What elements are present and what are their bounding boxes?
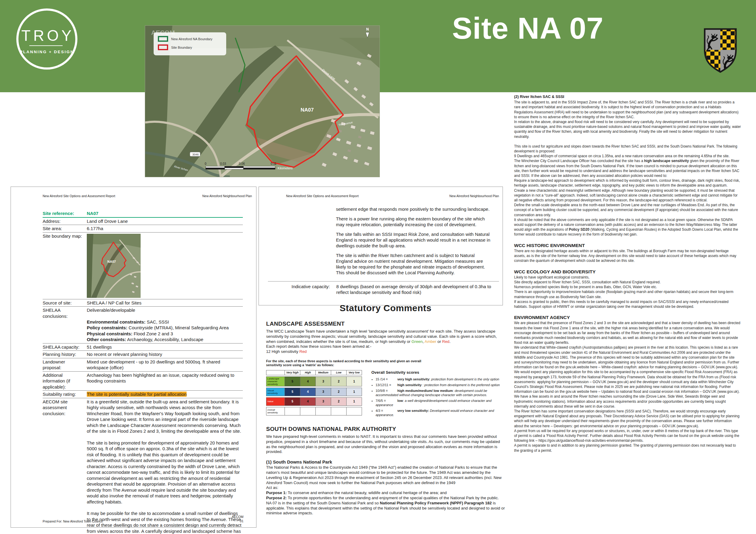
paragraph: We would expect any planning application… xyxy=(514,369,741,394)
sensitivity-matrix: Very highHighMediumLowVery lowLandscape … xyxy=(266,370,366,418)
row-value: It is a greenfield site, outside the bui… xyxy=(87,399,243,534)
svg-text:0: 0 xyxy=(205,162,206,165)
paragraph: A permit is separate to and in addition … xyxy=(514,443,741,453)
row-label: Suitability rating: xyxy=(42,391,87,397)
matrix-cell: 2 xyxy=(331,376,346,387)
paragraph: We have prepared high-level comments in … xyxy=(266,434,505,454)
page-title: Site NA 07 xyxy=(452,11,604,46)
matrix-row-label: Overall sensitivity xyxy=(266,407,285,415)
report-page-2: New Alresford Site Options and Assessmen… xyxy=(258,187,503,306)
matrix-cell: 1 xyxy=(346,397,362,406)
matrix-cell: 4 xyxy=(300,376,316,387)
doc-header-right: New Alresford Neighbourhood Plan xyxy=(449,194,499,198)
matrix-cell: 3 xyxy=(315,387,331,396)
site-label-small: NA07 xyxy=(107,260,116,263)
paragraph: There is a power line running along the … xyxy=(336,216,492,227)
svg-text:0.11: 0.11 xyxy=(271,162,276,165)
legend-label-na-boundary: New Alresford NA Boundary xyxy=(171,37,213,41)
matrix-row: Visual sensitivity54321 xyxy=(266,387,366,396)
footer-page-number: 31 xyxy=(240,519,243,523)
score-item: 13/12/11 =high sensitivity : protection … xyxy=(376,383,504,387)
paragraph: The site falls within an SSSI Impact Ris… xyxy=(336,231,492,249)
table-row-additional-info: Additional information (if applicable): … xyxy=(42,372,243,391)
report-page-1: New Alresford Site Options and Assessmen… xyxy=(11,187,256,528)
matrix-row: Landscape character sensitivity54321 xyxy=(266,376,366,387)
statutory-comments-section: Statutory Comments LANDSCAPE ASSESSMENT … xyxy=(266,303,505,516)
shelaa-deliverability: Deliverable/developable xyxy=(87,307,243,313)
paragraph: NA 07 is in the setting of the South Dow… xyxy=(266,501,505,516)
row-value: No recent or relevant planning history xyxy=(87,351,243,358)
matrix-column-header: Low xyxy=(331,370,346,375)
svg-text:N: N xyxy=(366,27,369,32)
row-value: 6.177ha xyxy=(87,226,243,232)
svg-text:0.03: 0.03 xyxy=(220,162,226,165)
footer-prepared-for: Prepared For: New Alresford Town Council xyxy=(42,520,102,523)
paragraph: The site is within the River Itchen catc… xyxy=(336,253,492,276)
matrix-cell: 4 xyxy=(300,387,316,396)
page-footer: Prepared For: New Alresford Town Council… xyxy=(42,515,243,523)
table-row-site-area: Site area: 6.177ha xyxy=(42,225,243,232)
ecology-heading: WCC ECOLOGY AND BIODIVERSITY xyxy=(514,269,741,274)
aerial-site-map: NA07 Drove Lane The Avenue River Itchen … xyxy=(145,26,380,177)
paragraph: This site is used for agriculture and sl… xyxy=(514,144,741,154)
paragraph: Create a new characteristic and meaningf… xyxy=(514,188,741,203)
matrix-column-header: Very high xyxy=(284,370,300,375)
paragraph: settlement edge that responds more posit… xyxy=(336,206,492,212)
paragraph: Require a landscape-led approach to deve… xyxy=(514,178,741,188)
matrix-corner xyxy=(266,370,285,375)
table-row-source: Source of site: SHELAA / NP Call for Sit… xyxy=(42,299,243,307)
sdnpa-subheading: (1) South Downs National Park xyxy=(266,459,505,465)
matrix-cell: 2 xyxy=(331,387,346,396)
spacer xyxy=(514,139,741,144)
paragraph: Purpose 1: To conserve and enhance the n… xyxy=(266,491,505,495)
matrix-cell: 5 xyxy=(284,387,300,396)
sdnpa-heading: SOUTH DOWNS NATIONAL PARK AUTHORITY xyxy=(266,426,505,432)
suitability-highlight: The site is potentially suitable for par… xyxy=(87,391,187,397)
matrix-note: For the site, each of these three aspect… xyxy=(266,359,423,367)
paragraph: We have a few assets in and around the R… xyxy=(514,394,741,409)
footer-aecom: AECOM xyxy=(231,515,243,519)
indicative-capacity-value: 8 dwellings (based on average density of… xyxy=(336,284,499,295)
matrix-cell xyxy=(284,407,300,415)
river-itchen-heading: (2) River Itchen SAC & SSSI xyxy=(514,94,741,99)
doc-header-left: New Alresford Site Options and Assessmen… xyxy=(42,194,115,198)
row-label: SHELAA conclusions: xyxy=(42,307,87,343)
indicative-capacity-label: Indicative capacity: xyxy=(291,284,336,295)
logo-tagline: PLANNING + DESIGN xyxy=(18,50,75,54)
row-label: Planning history: xyxy=(42,351,87,358)
matrix-cell: 2 xyxy=(331,397,346,406)
row-label: Additional information (if applicable): xyxy=(42,372,87,390)
troy-logo: TROY PLANNING + DESIGN xyxy=(16,9,77,69)
row-label: Landowner proposal: xyxy=(42,359,87,371)
paragraph: Likely to have significant ecological co… xyxy=(514,275,741,280)
paragraph: There is an opportunity to improve/resto… xyxy=(514,289,741,299)
matrix-row-label: Landscape character sensitivity xyxy=(266,376,285,387)
svg-text:0.06: 0.06 xyxy=(239,162,245,165)
matrix-row: Overall sensitivity xyxy=(266,407,366,415)
matrix-row: Value54321 xyxy=(266,397,366,406)
boundary-map-thumbnail: NA07 xyxy=(87,233,243,299)
paragraph: Purpose 2: To promote opportunities for … xyxy=(266,495,505,501)
paragraph: Define the small-scale developable area … xyxy=(514,202,741,217)
table-row-aecom-conclusion: AECOM site assessment conclusion: It is … xyxy=(42,398,243,534)
map-legend: New Alresford NA Boundary Site Boundary xyxy=(154,32,226,55)
assessment-continuation: settlement edge that responds more posit… xyxy=(336,206,492,280)
matrix-column-header: Very low xyxy=(346,370,362,375)
landscape-assessment-heading: LANDSCAPE ASSESSMENT xyxy=(266,321,505,327)
paragraph: The Winchester City Council Landscape Of… xyxy=(514,158,741,178)
section-title: Statutory Comments xyxy=(266,303,505,313)
row-label: AECOM site assessment conclusion: xyxy=(42,399,87,534)
doc-header-right: New Alresford Neighbourhood Plan xyxy=(202,194,252,198)
site-summary-table: Site reference: NA07 Address: Land off D… xyxy=(42,210,243,534)
constraint-line: Other constraints: Archaeology, Accessib… xyxy=(87,336,243,343)
matrix-cell xyxy=(300,407,316,415)
table-row-planning-history: Planning history: No recent or relevant … xyxy=(42,351,243,358)
matrix-cell: 3 xyxy=(315,397,331,406)
score-item: 10/9/8 =high medium/medium/ low medium: … xyxy=(376,388,504,397)
matrix-cell: 4 xyxy=(300,397,316,406)
indicative-capacity-row: Indicative capacity: 8 dwellings (based … xyxy=(291,284,499,295)
matrix-cell xyxy=(315,407,331,415)
paragraph: The site is being promoted for developme… xyxy=(87,440,243,505)
row-label: Site area: xyxy=(42,226,87,232)
paragraph: We are pleased that the presence of Floo… xyxy=(514,321,741,345)
